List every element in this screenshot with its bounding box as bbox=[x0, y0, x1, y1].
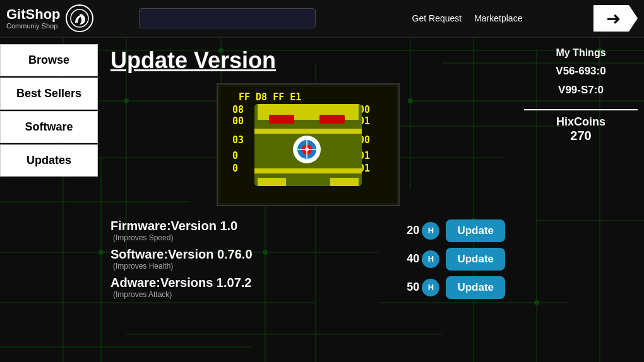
svg-text:08: 08 bbox=[232, 104, 244, 115]
adware-cost-value: 50 bbox=[407, 281, 419, 294]
firmware-cost: 20 H bbox=[407, 222, 439, 240]
firmware-coin-icon: H bbox=[422, 222, 439, 240]
svg-text:0: 0 bbox=[232, 163, 238, 174]
forward-arrow-button[interactable]: ➜ bbox=[593, 5, 638, 32]
firmware-name: Firmware:Version 1.0 bbox=[110, 219, 407, 233]
page-title: Update Version bbox=[110, 47, 505, 74]
update-info-firmware: Firmware:Version 1.0 (Improves Speed) bbox=[110, 219, 407, 242]
sidebar-best-sellers-label: Best Sellers bbox=[16, 87, 81, 100]
logo-title: GitShop bbox=[6, 7, 61, 22]
hixcoins-section: HixCoins 270 bbox=[524, 109, 638, 143]
update-item-adware: Adware:Versions 1.07.2 (Improves Attack)… bbox=[110, 276, 505, 299]
right-panel: My Things V56-693:0 V99-S7:0 HixCoins 27… bbox=[518, 38, 644, 362]
hixcoins-label: HixCoins bbox=[524, 115, 638, 129]
logo-subtitle: Communiy Shop bbox=[6, 22, 61, 30]
update-info-software: Software:Version 0.76.0 (Improves Health… bbox=[110, 247, 407, 271]
firmware-update-button[interactable]: Update bbox=[446, 219, 505, 242]
adware-update-button[interactable]: Update bbox=[446, 276, 505, 299]
software-desc: (Improves Health) bbox=[113, 262, 407, 271]
svg-text:00: 00 bbox=[232, 115, 244, 127]
robot-image: FF D8 FF E1 08 00 00 01 03 00 0 00 A0 01… bbox=[217, 83, 400, 206]
svg-text:0: 0 bbox=[232, 150, 238, 161]
marketplace-link[interactable]: Marketplace bbox=[474, 13, 522, 23]
header: GitShop Communiy Shop Get Request Market… bbox=[0, 0, 644, 38]
sidebar-item-browse[interactable]: Browse bbox=[0, 44, 98, 76]
sidebar-software-label: Software bbox=[25, 120, 73, 133]
v56-item: V56-693:0 bbox=[556, 65, 605, 78]
svg-point-35 bbox=[71, 9, 88, 27]
search-bar[interactable] bbox=[139, 8, 316, 28]
svg-rect-52 bbox=[258, 178, 286, 186]
adware-desc: (Improves Attack) bbox=[113, 290, 407, 299]
adware-name: Adware:Versions 1.07.2 bbox=[110, 276, 407, 290]
software-update-button[interactable]: Update bbox=[446, 248, 505, 271]
software-name: Software:Version 0.76.0 bbox=[110, 247, 407, 262]
header-nav: Get Request Marketplace bbox=[341, 13, 593, 23]
update-item-firmware: Firmware:Version 1.0 (Improves Speed) 20… bbox=[110, 219, 505, 242]
firmware-cost-value: 20 bbox=[407, 224, 419, 237]
sidebar: Browse Best Sellers Software Updates bbox=[0, 38, 98, 362]
update-list: Firmware:Version 1.0 (Improves Speed) 20… bbox=[110, 219, 505, 299]
get-request-link[interactable]: Get Request bbox=[412, 13, 462, 23]
sidebar-item-best-sellers[interactable]: Best Sellers bbox=[0, 78, 98, 110]
main-content: Update Version FF D8 FF E1 08 00 00 01 0… bbox=[98, 38, 518, 362]
my-things-title: My Things bbox=[556, 47, 605, 59]
firmware-desc: (Improves Speed) bbox=[113, 233, 407, 242]
software-cost-value: 40 bbox=[407, 252, 419, 266]
update-item-software: Software:Version 0.76.0 (Improves Health… bbox=[110, 247, 505, 271]
software-cost: 40 H bbox=[407, 250, 439, 268]
arrow-icon: ➜ bbox=[606, 8, 621, 29]
svg-rect-54 bbox=[269, 115, 294, 124]
sidebar-updates-label: Updates bbox=[27, 154, 71, 166]
v99-item: V99-S7:0 bbox=[558, 84, 604, 96]
sidebar-item-updates[interactable]: Updates bbox=[0, 144, 98, 177]
svg-rect-56 bbox=[254, 129, 362, 134]
sidebar-browse-label: Browse bbox=[28, 54, 69, 66]
logo-area: GitShop Communiy Shop bbox=[6, 4, 133, 32]
update-info-adware: Adware:Versions 1.07.2 (Improves Attack) bbox=[110, 276, 407, 299]
logo-text: GitShop Communiy Shop bbox=[6, 7, 61, 30]
svg-rect-57 bbox=[254, 168, 362, 173]
logo-icon bbox=[66, 4, 93, 32]
svg-rect-55 bbox=[319, 115, 345, 124]
software-coin-icon: H bbox=[422, 250, 439, 268]
sidebar-item-software[interactable]: Software bbox=[0, 111, 98, 143]
search-input[interactable] bbox=[139, 8, 316, 28]
adware-coin-icon: H bbox=[422, 279, 439, 296]
adware-cost: 50 H bbox=[407, 279, 439, 296]
app-container: GitShop Communiy Shop Get Request Market… bbox=[0, 0, 644, 362]
svg-text:FF  D8  FF  E1: FF D8 FF E1 bbox=[239, 91, 301, 103]
svg-rect-53 bbox=[330, 178, 359, 186]
hixcoins-value: 270 bbox=[524, 129, 638, 143]
svg-text:03: 03 bbox=[232, 134, 244, 146]
